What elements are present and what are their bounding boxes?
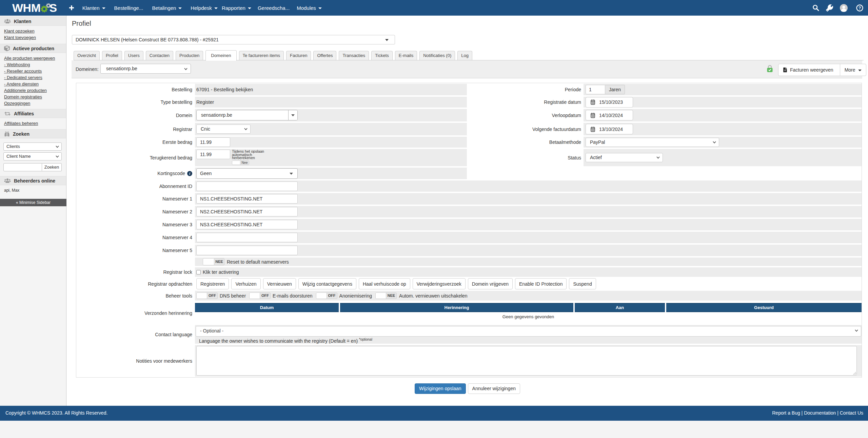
svg-text:?: ?: [859, 6, 861, 11]
